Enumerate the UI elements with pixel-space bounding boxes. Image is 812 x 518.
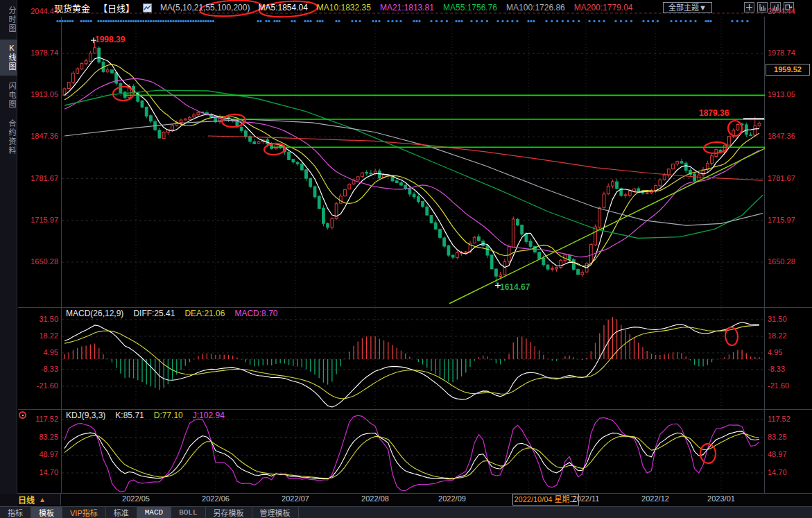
kdj-value: K:85.71 <box>115 411 144 420</box>
price-axis-label: 1978.74 <box>21 49 58 57</box>
toolbar-tab-模板[interactable]: 模板 <box>31 507 62 518</box>
kdj-value: J:102.94 <box>193 411 225 420</box>
macd-axis-label: -8.33 <box>21 365 58 373</box>
toolbar-tab-VIP指标[interactable]: VIP指标 <box>62 507 106 518</box>
macd-axis-label: -21.60 <box>768 381 811 390</box>
date-axis-label: 2023/01 <box>697 494 745 503</box>
sidebar-tab-分时图[interactable]: 分时图 <box>0 2 17 37</box>
pan-icon[interactable] <box>744 2 754 12</box>
date-axis-label: 2022/08 <box>351 494 399 503</box>
price-axis-label: 1781.67 <box>21 174 58 182</box>
toolbar-tab-另存模板[interactable]: 另存模板 <box>206 507 252 518</box>
kdj-panel-header: KDJ(9,3,3) K:85.71D:77.10J:102.94 <box>66 411 225 420</box>
ma-value: MA10:1832.35 <box>317 3 371 12</box>
toolbar-tab-MACD[interactable]: MACD <box>137 507 171 518</box>
ma-value: MA55:1756.76 <box>443 3 497 12</box>
ma-value: MA200:1779.04 <box>574 3 633 12</box>
ma-settings-label: MA(5,10,21,55,100,200) <box>160 3 250 12</box>
app-window: 分时图K线图闪电图合约资料 现货黄金 【日线】 MA(5,10,21,55,10… <box>0 0 812 518</box>
price-axis-label: 1781.67 <box>768 174 811 182</box>
date-axis-label: 2022/09 <box>428 494 476 503</box>
price-axis-label: 1978.74 <box>768 49 811 57</box>
recent-high-annotation: 1879.36 <box>699 108 729 118</box>
macd-value: DEA:21.06 <box>184 309 225 318</box>
period-up-arrow-icon: ▲ <box>39 496 46 503</box>
macd-axis-label: 18.22 <box>21 331 58 340</box>
price-axis-label: 2044.44 <box>768 7 811 15</box>
price-axis-label: 1847.36 <box>768 132 811 140</box>
date-axis-label: 2022/12 <box>631 494 680 503</box>
price-axis-label: 1913.05 <box>21 90 58 98</box>
macd-axis-label: 4.95 <box>768 348 811 356</box>
kdj-value: D:77.10 <box>154 411 183 420</box>
price-axis-label: 1715.97 <box>768 216 811 224</box>
chart-canvas[interactable] <box>0 0 812 518</box>
macd-value: MACD:8.70 <box>234 309 277 318</box>
macd-axis-label: -8.33 <box>768 365 811 373</box>
macd-panel-header: MACD(26,12,9) DIFF:25.41DEA:21.06MACD:8.… <box>66 309 277 318</box>
ma-values: MA5:1854.04MA10:1832.35MA21:1813.81MA55:… <box>258 3 632 12</box>
kdj-axis-label: 117.52 <box>21 415 58 423</box>
kdj-axis-label: 48.97 <box>21 450 58 458</box>
date-axis-label: 2022/11 <box>562 494 610 503</box>
macd-axis-label: 4.95 <box>21 348 58 356</box>
mini-chart-icon <box>143 3 152 12</box>
bottom-toolbar: 指标模板VIP指标标准MACDBOLL另存模板管理模板 <box>0 506 812 518</box>
ma-value: MA100:1726.86 <box>506 3 565 12</box>
theme-selector-button[interactable]: 全部主题▼ <box>663 2 712 13</box>
macd-axis-label: 18.22 <box>768 331 811 340</box>
toolbar-tab-BOLL[interactable]: BOLL <box>171 507 205 518</box>
kdj-axis-label: 117.52 <box>768 415 811 423</box>
kdj-axis-label: 14.70 <box>21 468 58 476</box>
sidebar-tab-闪电图[interactable]: 闪电图 <box>0 78 17 113</box>
date-axis-label: 2022/07 <box>271 494 320 503</box>
price-axis-label: 1715.97 <box>21 216 58 224</box>
kdj-axis-label: 83.25 <box>21 433 58 441</box>
date-axis-label: 2022/06 <box>191 494 240 503</box>
chart-header: 现货黄金 【日线】 MA(5,10,21,55,100,200) MA5:185… <box>54 0 633 15</box>
sidebar: 分时图K线图闪电图合约资料 <box>0 0 17 518</box>
toolbar-tab-标准[interactable]: 标准 <box>106 507 137 518</box>
price-axis-label: 1847.36 <box>21 132 58 140</box>
toolbar-tab-指标[interactable]: 指标 <box>0 507 31 518</box>
toolbar-tab-管理模板[interactable]: 管理模板 <box>252 507 299 518</box>
trough-price-annotation: 1614.67 <box>500 282 530 292</box>
kdj-title: KDJ(9,3,3) <box>66 411 105 420</box>
kdj-axis-label: 83.25 <box>768 433 811 441</box>
chart-axis-left-icon[interactable] <box>757 2 768 12</box>
period-tag: 【日线】 <box>98 1 135 15</box>
price-axis-label: 1650.28 <box>21 257 58 266</box>
macd-value: DIFF:25.41 <box>133 309 175 318</box>
ma-value: MA21:1813.81 <box>380 3 434 12</box>
kdj-axis-label: 48.97 <box>768 450 811 458</box>
peak-price-annotation: 1998.39 <box>95 35 125 44</box>
crosshair-price-readout: 1959.52 <box>766 64 810 76</box>
kdj-axis-label: 14.70 <box>768 468 811 476</box>
price-axis-label: 2044.44 <box>21 7 58 15</box>
kdj-values: K:85.71D:77.10J:102.94 <box>115 411 224 420</box>
date-axis-label: 2022/05 <box>112 494 160 503</box>
macd-axis-label: -21.60 <box>21 381 58 390</box>
macd-axis-label: 31.50 <box>768 315 811 323</box>
macd-values: DIFF:25.41DEA:21.06MACD:8.70 <box>133 309 277 318</box>
macd-axis-label: 31.50 <box>21 315 58 323</box>
price-axis-label: 1650.28 <box>768 257 811 266</box>
sidebar-tab-合约资料[interactable]: 合约资料 <box>0 115 17 159</box>
symbol-name: 现货黄金 <box>54 1 90 15</box>
macd-title: MACD(26,12,9) <box>66 309 123 318</box>
ma-value: MA5:1854.04 <box>258 3 307 12</box>
period-selector[interactable]: 日线 ▲ <box>0 494 61 506</box>
sidebar-tab-K线图[interactable]: K线图 <box>0 40 17 76</box>
price-axis-label: 1913.05 <box>768 90 811 98</box>
period-label: 日线 <box>18 494 35 506</box>
